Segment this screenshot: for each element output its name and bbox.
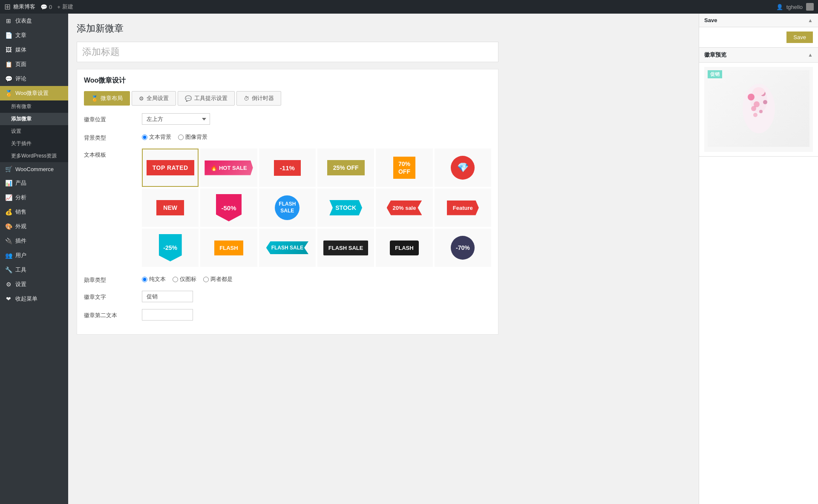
sidebar-item-woocommerce[interactable]: 🛒 WooCommerce [0, 162, 68, 176]
sidebar-label-tools: 工具 [15, 266, 26, 274]
save-body: Save [699, 27, 818, 47]
badge-panel: Woo微章设计 🏅 微章布局 ⚙ 全局设置 💬 工具提示设置 ⏱ 倒计时器 [77, 69, 498, 335]
badge-cell-stock[interactable]: STOCK [317, 189, 374, 227]
radio-text-only[interactable]: 纯文本 [142, 275, 166, 283]
page-title: 添加新微章 [77, 22, 690, 35]
badge-text-row: 徽章文字 [84, 291, 491, 302]
sidebar-item-pages[interactable]: 📋 页面 [0, 57, 68, 72]
badge-cell-25arrow[interactable]: -25% [142, 229, 199, 267]
badge-feature: Feature [447, 200, 479, 215]
tabs-row: 🏅 微章布局 ⚙ 全局设置 💬 工具提示设置 ⏱ 倒计时器 [84, 91, 491, 106]
badge-cell-20sale[interactable]: 20% sale [376, 189, 432, 227]
sidebar-label-appearance: 外观 [15, 223, 26, 230]
badge-25arrow: -25% [159, 234, 182, 261]
badge-cell-flash-circle[interactable]: FLASHSALE [259, 189, 316, 227]
badge-type-label: 勋章类型 [84, 274, 135, 284]
tab-global[interactable]: ⚙ 全局设置 [132, 91, 176, 106]
sidebar-item-comments[interactable]: 💬 评论 [0, 72, 68, 86]
badge-20sale: 20% sale [387, 200, 422, 215]
tab-countdown[interactable]: ⏱ 倒计时器 [236, 91, 281, 106]
radio-both[interactable]: 两者都是 [203, 275, 233, 283]
sidebar-label-media: 媒体 [15, 46, 26, 54]
preview-title: 徽章预览 [704, 51, 726, 59]
plugins-icon: 🔌 [4, 238, 13, 244]
radio-icon-only[interactable]: 仅图标 [173, 275, 196, 283]
badge-position-select[interactable]: 左上方 右上方 左下方 右下方 [142, 113, 210, 125]
sidebar-item-users[interactable]: 👥 用户 [0, 248, 68, 263]
preview-header[interactable]: 徽章预览 ▲ [699, 48, 818, 63]
sidebar-item-plugins[interactable]: 🔌 插件 [0, 234, 68, 248]
preview-product-image [708, 70, 809, 147]
radio-both-input[interactable] [203, 277, 209, 282]
about-plugin-label: 关于插件 [11, 140, 32, 147]
new-post-link[interactable]: + 新建 [57, 3, 73, 11]
sidebar-item-more-resources[interactable]: 更多WordPress资源 [0, 150, 68, 162]
badge-new: New [156, 200, 184, 215]
tools-icon: 🔧 [4, 266, 13, 273]
right-panel: Save ▲ Save 徽章预览 ▲ 促销 [699, 14, 818, 504]
radio-text-only-input[interactable] [142, 277, 147, 282]
badge-cell-hot-sale[interactable]: 🔥 HOT SALE [200, 149, 257, 187]
sidebar-item-articles[interactable]: 📄 文章 [0, 28, 68, 43]
badge-cell-50ribbon[interactable]: -50% [200, 189, 257, 227]
badge-cell-70off[interactable]: 70%OFF [376, 149, 432, 187]
radio-image-bg-label: 图像背景 [185, 133, 207, 141]
sidebar-item-appearance[interactable]: 🎨 外观 [0, 219, 68, 234]
radio-image-bg-input[interactable] [178, 135, 184, 140]
sidebar-item-about-plugin[interactable]: 关于插件 [0, 137, 68, 150]
radio-image-bg[interactable]: 图像背景 [178, 133, 207, 141]
save-button[interactable]: Save [786, 32, 813, 43]
sidebar-item-tools[interactable]: 🔧 工具 [0, 263, 68, 277]
username: tghello [786, 4, 803, 10]
badge-cell-flash-orange[interactable]: FLASH [200, 229, 257, 267]
svg-point-7 [759, 110, 763, 113]
badge-cell-11off[interactable]: -11% [259, 149, 316, 187]
badge-position-control: 左上方 右上方 左下方 右下方 [142, 113, 491, 125]
badge-position-row: 徽章位置 左上方 右上方 左下方 右下方 [84, 113, 491, 125]
text-template-label: 文本模板 [84, 149, 135, 159]
user-icon: 👤 [776, 4, 783, 10]
sidebar-item-settings[interactable]: 设置 [0, 125, 68, 137]
sidebar-item-settings2[interactable]: ⚙ 设置 [0, 277, 68, 292]
badge-cell-flash-black[interactable]: FLASH SALE [317, 229, 374, 267]
site-name[interactable]: 糖果博客 [13, 3, 35, 11]
badge-text-input[interactable] [142, 291, 193, 302]
sidebar-item-products[interactable]: 📊 产品 [0, 176, 68, 190]
badge-cell-feature[interactable]: Feature [435, 189, 491, 227]
badge-flash-orange: FLASH [214, 241, 243, 255]
articles-icon: 📄 [4, 32, 13, 39]
badge-second-text-input[interactable] [142, 309, 193, 321]
badge-cell-top-rated[interactable]: Top Rated [142, 149, 199, 187]
badge-type-radio-group: 纯文本 仅图标 两者都是 [142, 274, 491, 283]
svg-point-5 [763, 100, 767, 104]
badge-cell-flash-black2[interactable]: FLASH [376, 229, 432, 267]
sidebar-label-woo-badges: Woo微章设置 [15, 89, 49, 97]
radio-text-bg-input[interactable] [142, 135, 147, 140]
sidebar-item-add-badge[interactable]: 添加微章 [0, 113, 68, 125]
badge-cell-70dark[interactable]: -70% [435, 229, 491, 267]
sidebar-item-analytics[interactable]: 📈 分析 [0, 190, 68, 205]
title-input[interactable] [77, 42, 498, 62]
badge-diamond: 💎 [451, 156, 475, 180]
save-header[interactable]: Save ▲ [699, 14, 818, 27]
radio-text-bg[interactable]: 文本背景 [142, 133, 171, 141]
sidebar-item-wishlist[interactable]: ❤ 收起菜单 [0, 292, 68, 306]
badge-cell-25off[interactable]: 25% OFF [317, 149, 374, 187]
radio-icon-only-input[interactable] [173, 277, 178, 282]
tab-layout[interactable]: 🏅 微章布局 [84, 91, 130, 106]
preview-body: 促销 [699, 63, 818, 156]
avatar[interactable] [806, 3, 814, 11]
badge-text-label: 徽章文字 [84, 291, 135, 301]
badge-cell-flash-teal[interactable]: FLASH SALE [259, 229, 316, 267]
badge-cell-new[interactable]: New [142, 189, 199, 227]
comments-link[interactable]: 💬 0 [40, 4, 52, 10]
sidebar-item-sales[interactable]: 💰 销售 [0, 205, 68, 219]
tab-tooltip[interactable]: 💬 工具提示设置 [178, 91, 235, 106]
sidebar-item-media[interactable]: 🖼 媒体 [0, 43, 68, 57]
admin-bar: ⊞ 糖果博客 💬 0 + 新建 👤 tghello [0, 0, 818, 14]
sidebar-item-dashboard[interactable]: ⊞ 仪表盘 [0, 14, 68, 28]
sidebar-item-woo-badges[interactable]: 🏅 Woo微章设置 [0, 86, 68, 100]
sidebar-item-all-badges[interactable]: 所有微章 [0, 100, 68, 113]
badge-cell-diamond[interactable]: 💎 [435, 149, 491, 187]
svg-point-2 [748, 94, 755, 100]
